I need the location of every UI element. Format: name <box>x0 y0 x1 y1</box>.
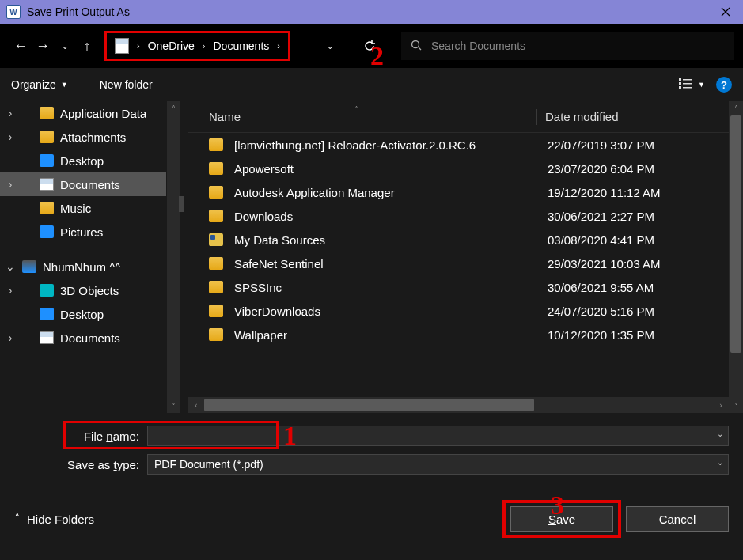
filename-input[interactable]: ⌄ <box>147 426 729 446</box>
chevron-right-icon[interactable] <box>5 107 16 119</box>
svg-rect-6 <box>683 87 692 89</box>
view-options[interactable]: ▼ <box>679 78 705 93</box>
chevron-right-icon[interactable] <box>5 284 16 297</box>
chevron-down-icon[interactable]: ⌄ <box>717 458 723 467</box>
svg-rect-5 <box>679 86 681 89</box>
scrollbar-thumb[interactable] <box>730 115 741 353</box>
tree-item[interactable]: Music <box>0 196 166 220</box>
chevron-right-icon[interactable]: › <box>137 41 140 51</box>
chevron-right-icon[interactable] <box>5 331 16 344</box>
scroll-down-icon[interactable]: ˅ <box>172 399 176 413</box>
tree-item-label: 3D Objects <box>60 284 119 297</box>
file-date: 22/07/2019 3:07 PM <box>548 138 743 152</box>
file-row[interactable]: [lamviethung.net] Reloader-Activator.2.0… <box>188 133 743 157</box>
new-folder-button[interactable]: New folder <box>100 78 153 91</box>
scroll-right-icon[interactable]: › <box>713 401 729 410</box>
file-row[interactable]: Apowersoft23/07/2020 6:04 PM <box>188 157 743 180</box>
chevron-down-icon[interactable] <box>5 260 16 273</box>
tree-item-label: Documents <box>60 331 120 345</box>
folder-icon <box>40 202 54 214</box>
file-row[interactable]: SafeNet Sentinel29/03/2021 10:03 AM <box>188 252 743 275</box>
help-button[interactable]: ? <box>716 77 732 93</box>
sort-indicator-icon: ˄ <box>354 105 358 114</box>
file-name: My Data Sources <box>234 233 548 247</box>
search-input[interactable]: Search Documents <box>401 32 734 60</box>
vertical-scrollbar[interactable]: ˄ ˅ <box>729 101 743 413</box>
chevron-down-icon: ▼ <box>698 81 705 89</box>
nav-bar: ← → ⌄ ↑ › OneDrive › Documents › ⌄ Searc… <box>0 24 743 68</box>
chevron-right-icon[interactable] <box>5 178 16 191</box>
save-button[interactable]: Save <box>510 506 613 532</box>
file-name: [lamviethung.net] Reloader-Activator.2.0… <box>234 138 548 152</box>
tree-item[interactable]: Desktop <box>0 149 166 172</box>
sidebar-scrollbar[interactable]: ˄ ˅ <box>167 101 180 413</box>
tree-item[interactable]: NhumNhum ^^ <box>0 255 166 278</box>
svg-point-0 <box>411 40 419 47</box>
tree-item-label: Music <box>60 202 91 215</box>
recent-dropdown[interactable]: ⌄ <box>54 35 76 57</box>
file-row[interactable]: Autodesk Application Manager19/12/2020 1… <box>188 180 743 204</box>
file-row[interactable]: ViberDownloads24/07/2020 5:16 PM <box>188 299 743 323</box>
file-date: 30/06/2021 2:27 PM <box>548 210 743 223</box>
doc-icon <box>40 331 54 344</box>
file-name: ViberDownloads <box>234 305 548 318</box>
file-name: SafeNet Sentinel <box>234 257 548 271</box>
folder-icon <box>209 186 223 199</box>
title-bar: W Save Print Output As <box>0 0 743 24</box>
saveastype-select[interactable]: PDF Document (*.pdf) ⌄ <box>147 454 729 475</box>
tree-item[interactable]: Documents <box>0 172 166 196</box>
horizontal-scrollbar[interactable]: ‹ › <box>188 397 729 413</box>
up-button[interactable]: ↑ <box>76 35 98 57</box>
file-row[interactable]: Wallpaper10/12/2020 1:35 PM <box>188 323 743 346</box>
chevron-down-icon[interactable]: ⌄ <box>717 429 723 438</box>
desktop-icon <box>40 308 54 320</box>
tree-item[interactable]: Application Data <box>0 101 166 125</box>
tree-item[interactable]: Documents <box>0 326 166 350</box>
organize-menu[interactable]: Organize ▼ <box>11 78 68 91</box>
cancel-button[interactable]: Cancel <box>626 506 729 532</box>
folder-icon <box>209 233 223 246</box>
column-divider[interactable] <box>536 109 537 125</box>
tree-item[interactable]: Desktop <box>0 302 166 326</box>
file-row[interactable]: Downloads30/06/2021 2:27 PM <box>188 204 743 228</box>
tree-item-label: Desktop <box>60 308 104 321</box>
file-date: 30/06/2021 9:55 AM <box>548 281 743 294</box>
address-bar[interactable]: › OneDrive › Documents › <box>104 31 290 61</box>
folder-icon <box>209 138 223 151</box>
back-button[interactable]: ← <box>9 35 32 57</box>
column-date[interactable]: Date modified <box>545 110 743 123</box>
scroll-down-icon[interactable]: ˅ <box>734 399 738 413</box>
close-button[interactable] <box>707 0 743 24</box>
column-name[interactable]: Name <box>209 110 241 123</box>
tree-item[interactable]: 3D Objects <box>0 278 166 302</box>
refresh-button[interactable] <box>354 32 385 60</box>
address-history-dropdown[interactable]: ⌄ <box>314 32 346 60</box>
breadcrumb-documents[interactable]: Documents <box>213 40 269 52</box>
breadcrumb-onedrive[interactable]: OneDrive <box>148 40 195 52</box>
folder-icon <box>40 107 54 119</box>
filename-label: File name: <box>14 429 147 443</box>
scroll-left-icon[interactable]: ‹ <box>188 401 204 410</box>
hide-folders-toggle[interactable]: ˄ Hide Folders <box>14 512 94 526</box>
scroll-up-icon[interactable]: ˄ <box>172 101 176 115</box>
word-app-icon: W <box>6 5 21 19</box>
pc-icon <box>22 260 36 273</box>
file-name: Downloads <box>234 210 548 223</box>
tree-item[interactable]: Pictures <box>0 220 166 244</box>
splitter[interactable] <box>182 101 188 413</box>
folder-icon <box>209 305 223 317</box>
obj3d-icon <box>40 284 54 297</box>
file-row[interactable]: SPSSInc30/06/2021 9:55 AM <box>188 275 743 299</box>
scrollbar-thumb[interactable] <box>204 399 534 411</box>
forward-button[interactable]: → <box>32 35 54 57</box>
tree-item[interactable]: Attachments <box>0 125 166 149</box>
chevron-right-icon[interactable]: › <box>277 41 280 51</box>
file-row[interactable]: My Data Sources03/08/2020 4:41 PM <box>188 228 743 252</box>
scroll-up-icon[interactable]: ˄ <box>734 101 738 115</box>
chevron-right-icon[interactable]: › <box>203 41 206 51</box>
chevron-right-icon[interactable] <box>5 131 16 143</box>
columns-header[interactable]: ˄ Name Date modified <box>188 101 743 133</box>
folder-icon <box>209 328 223 341</box>
file-date: 23/07/2020 6:04 PM <box>548 162 743 176</box>
svg-rect-1 <box>679 78 681 81</box>
